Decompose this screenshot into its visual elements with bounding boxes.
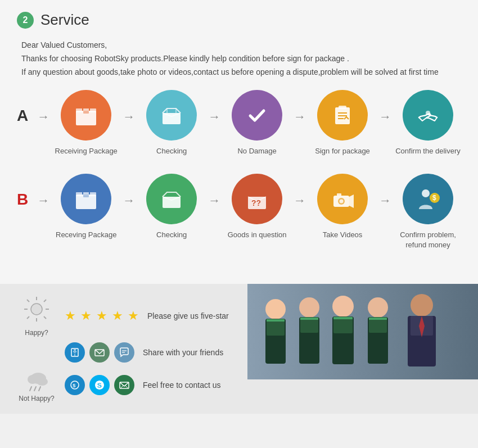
step-a4-label: Sign for package [315,146,370,156]
not-happy-row: Not Happy? s [17,368,231,402]
main-content: 2 Service Dear Valued Customers, Thanks … [0,0,478,284]
arrow-a0: → [37,110,49,124]
arrow-a3: → [294,110,306,124]
arrow-b4: → [379,193,391,208]
intro-line1: Dear Valued Customers, [21,39,461,52]
not-happy-icon-container: Not Happy? [17,368,56,402]
svg-line-33 [27,300,29,302]
share-text: Share with your friends [143,348,223,357]
svg-rect-70 [267,319,285,322]
step-b1-label: Receving Package [56,230,116,240]
svg-point-25 [422,189,430,197]
svg-line-36 [27,316,29,319]
happy-sun-icon [17,295,56,328]
cloud-rain-icon [17,368,56,395]
step-b5-label: Confirm problem, refund money [400,230,456,250]
svg-point-66 [411,294,433,316]
flow-row-a: A → Receiving Package → [17,90,461,156]
contact-icon-1[interactable]: s [65,375,85,395]
section-title-text: Service [40,11,89,29]
svg-point-63 [368,297,388,318]
team-photo-container [247,284,478,414]
five-star-icons: ★ ★ ★ ★ ★ [65,309,139,323]
section-header: 2 Service [17,11,461,29]
step-a5-icon [403,90,453,141]
svg-point-57 [299,297,319,318]
svg-line-45 [30,387,31,391]
svg-rect-5 [163,113,181,124]
svg-line-35 [44,300,46,302]
svg-point-11 [426,111,430,115]
step-a2: Checking [138,90,205,156]
notification-icon[interactable] [65,342,85,363]
arrow-b1: → [123,193,135,208]
step-b2-icon [146,174,197,224]
svg-rect-23 [337,193,341,196]
svg-rect-72 [333,317,353,319]
step-b5-icon: $ [403,174,453,224]
step-b2: Checking [138,174,205,240]
step-b1-icon [61,174,111,224]
step-b3-icon: ?? [232,174,282,224]
step-b5: $ Confirm problem, refund money [395,174,461,250]
step-a3-icon [232,90,282,141]
svg-point-37 [74,354,75,355]
svg-text:??: ?? [251,198,261,207]
svg-point-44 [37,378,48,386]
star3-icon: ★ [96,309,107,323]
star5-icon: ★ [128,309,139,323]
step-b2-label: Checking [156,230,187,240]
arrow-b0: → [37,193,49,208]
arrow-b3: → [294,193,306,208]
svg-point-43 [28,375,38,384]
svg-rect-16 [83,194,89,197]
team-photo [247,284,478,379]
svg-rect-4 [83,111,89,114]
step-b4: Take Videos [309,174,376,240]
star2-icon: ★ [80,309,92,323]
skype-icon[interactable] [89,375,110,395]
svg-text:s: s [73,382,76,388]
svg-rect-71 [300,318,318,320]
email-icon[interactable] [89,342,110,363]
contact-email-icon[interactable] [114,375,134,395]
svg-marker-24 [349,194,354,208]
step-b1: Receving Package [53,174,119,240]
arrow-a2: → [208,110,220,124]
step-b4-label: Take Videos [323,230,363,240]
svg-line-34 [44,316,46,319]
star1-icon: ★ [65,309,76,323]
step-a5: Confirm the delivery [395,90,461,156]
section-number: 2 [17,12,34,29]
share-row: Share with your friends [17,342,231,363]
arrow-a1: → [123,110,135,124]
step-a3: No Damage [224,90,290,156]
arrow-a4: → [379,110,391,124]
step-a4-icon [317,90,368,141]
svg-point-28 [31,304,42,315]
star4-icon: ★ [112,309,123,323]
happy-label: Happy? [17,329,56,337]
svg-point-60 [332,296,354,317]
contact-icons: s [65,375,134,395]
intro-line3: If any question about goods,take photo o… [21,66,461,79]
intro-line2: Thanks for choosing RobotSky products.Pl… [21,52,461,66]
step-a1: Receiving Package [53,90,119,156]
svg-text:$: $ [432,194,436,202]
happy-icon-container: Happy? [17,295,56,337]
row-b-label: B [17,191,28,209]
flow-row-b: B → Receving Package → [17,174,461,250]
step-a1-icon [61,90,111,141]
svg-line-47 [39,387,40,391]
share-icons [65,342,134,363]
step-b3: ?? Goods in question [224,174,290,240]
step-a2-icon [146,90,197,141]
svg-point-54 [265,299,286,319]
chat-icon[interactable] [114,342,134,363]
arrow-b2: → [208,193,220,208]
row-a-label: A [17,107,28,125]
not-happy-label: Not Happy? [17,395,56,402]
svg-point-22 [340,199,344,203]
bottom-section: Happy? ★ ★ ★ ★ ★ Please give us five-sta… [0,284,478,414]
step-b4-icon [317,174,368,224]
